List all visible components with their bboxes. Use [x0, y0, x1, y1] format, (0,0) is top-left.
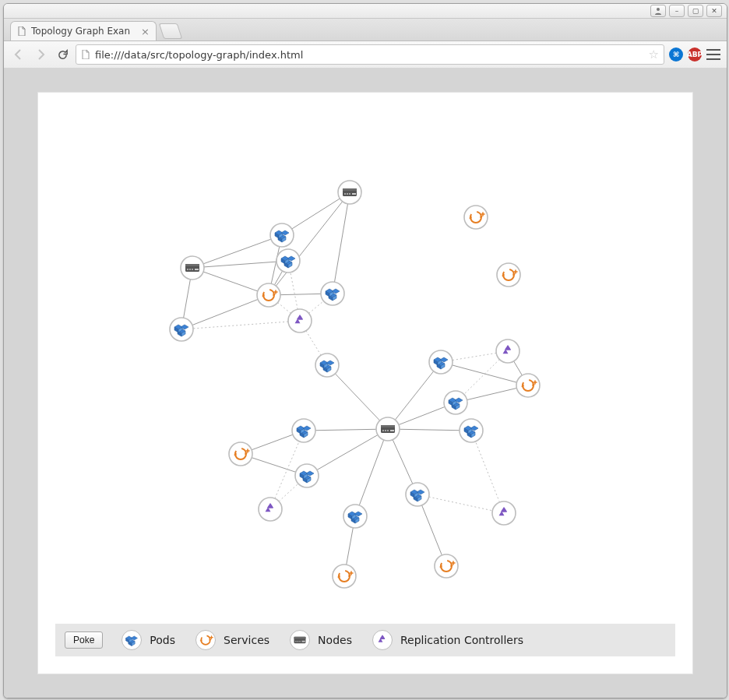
svg-point-15 — [257, 283, 280, 307]
graph-node-service[interactable] — [435, 554, 458, 578]
graph-node-pod[interactable] — [321, 282, 344, 305]
node-icon — [381, 425, 395, 433]
graph-node-pod[interactable] — [270, 223, 294, 247]
graph-node-pod[interactable] — [170, 318, 193, 341]
legend-item-pod: Pods — [122, 630, 175, 650]
graph-edge — [327, 365, 388, 429]
graph-edge — [417, 494, 504, 513]
node-icon — [185, 264, 199, 272]
svg-point-24 — [516, 374, 540, 397]
reload-icon — [57, 49, 69, 61]
node-icon — [343, 188, 357, 196]
rc-icon — [372, 630, 393, 650]
graph-node-pod[interactable] — [429, 350, 453, 374]
legend-bar: Poke PodsServicesNodesReplication Contro… — [55, 624, 675, 656]
tab-title: Topology Graph Exan — [31, 26, 136, 37]
svg-point-36 — [435, 554, 458, 578]
graph-node-service[interactable] — [497, 263, 520, 287]
browser-window: – ▢ ✕ Topology Graph Exan × file:///data… — [3, 3, 727, 698]
pod-icon — [122, 630, 142, 650]
browser-toolbar: file:///data/src/topology-graph/index.ht… — [4, 41, 727, 69]
adblock-extension-icon[interactable]: ABP — [688, 47, 702, 62]
graph-node-node[interactable] — [338, 181, 361, 204]
service-icon — [195, 630, 216, 650]
new-tab-button[interactable] — [159, 23, 182, 39]
graph-node-pod[interactable] — [276, 249, 300, 273]
svg-point-31 — [259, 498, 282, 521]
graph-node-pod[interactable] — [315, 354, 339, 377]
graph-edge — [192, 235, 282, 268]
graph-node-service[interactable] — [229, 442, 252, 466]
tab-close-button[interactable]: × — [141, 26, 150, 37]
legend-label: Services — [224, 634, 269, 646]
graph-node-service[interactable] — [516, 374, 540, 397]
graph-edge — [388, 429, 471, 431]
back-button[interactable] — [10, 46, 27, 63]
user-indicator-icon[interactable] — [650, 5, 666, 17]
window-maximize-button[interactable]: ▢ — [688, 5, 703, 17]
svg-point-21 — [497, 263, 520, 287]
legend-label: Replication Controllers — [400, 634, 523, 646]
reload-button[interactable] — [54, 46, 71, 63]
graph-node-service[interactable] — [464, 206, 488, 229]
svg-point-35 — [333, 565, 356, 588]
poke-button[interactable]: Poke — [65, 631, 103, 649]
window-close-button[interactable]: ✕ — [706, 5, 722, 17]
graph-edge — [471, 431, 504, 513]
window-minimize-button[interactable]: – — [669, 5, 685, 17]
legend-item-rc: Replication Controllers — [372, 630, 523, 650]
graph-node-node[interactable] — [376, 417, 400, 441]
graph-node-service[interactable] — [257, 283, 280, 307]
forward-button[interactable] — [32, 46, 49, 63]
graph-edge — [441, 362, 528, 385]
page-icon — [17, 26, 26, 36]
topology-graph[interactable] — [38, 93, 692, 622]
graph-node-service[interactable] — [333, 565, 356, 588]
svg-point-34 — [492, 501, 516, 525]
legend-label: Pods — [150, 634, 175, 646]
page-icon — [81, 50, 90, 59]
graph-node-pod[interactable] — [292, 419, 315, 442]
graph-edge — [333, 192, 350, 294]
window-titlebar: – ▢ ✕ — [4, 4, 727, 19]
arrow-left-icon — [12, 48, 25, 61]
svg-point-22 — [496, 339, 519, 363]
svg-point-10 — [657, 8, 660, 11]
graph-edge — [192, 261, 288, 268]
graph-node-node[interactable] — [181, 256, 204, 280]
legend-item-service: Services — [195, 630, 269, 650]
page-viewport: Poke PodsServicesNodesReplication Contro… — [4, 68, 727, 698]
url-text: file:///data/src/topology-graph/index.ht… — [95, 49, 644, 61]
bookmark-star-icon[interactable]: ☆ — [649, 47, 659, 62]
svg-point-29 — [229, 442, 252, 466]
graph-node-pod[interactable] — [343, 505, 367, 528]
arrow-right-icon — [34, 48, 47, 61]
legend-item-node: Nodes — [290, 630, 352, 650]
graph-node-pod[interactable] — [295, 464, 319, 487]
tab-strip: Topology Graph Exan × — [4, 19, 727, 41]
address-bar[interactable]: file:///data/src/topology-graph/index.ht… — [76, 44, 664, 65]
browser-menu-button[interactable] — [706, 49, 720, 60]
topology-canvas: Poke PodsServicesNodesReplication Contro… — [38, 93, 692, 674]
browser-tab[interactable]: Topology Graph Exan × — [10, 21, 157, 40]
graph-node-rc[interactable] — [496, 339, 519, 363]
legend-label: Nodes — [318, 634, 352, 646]
graph-node-rc[interactable] — [492, 501, 516, 525]
extension-icon[interactable]: ⌘ — [669, 47, 683, 62]
graph-node-pod[interactable] — [406, 483, 429, 506]
graph-edge — [307, 429, 388, 476]
graph-edge — [355, 429, 388, 516]
graph-node-pod[interactable] — [460, 419, 483, 442]
graph-node-rc[interactable] — [288, 309, 312, 332]
graph-edge — [304, 429, 388, 431]
node-icon — [290, 630, 310, 650]
graph-node-rc[interactable] — [259, 498, 282, 521]
svg-point-17 — [288, 309, 312, 332]
graph-node-pod[interactable] — [444, 391, 467, 414]
svg-point-20 — [464, 206, 488, 229]
